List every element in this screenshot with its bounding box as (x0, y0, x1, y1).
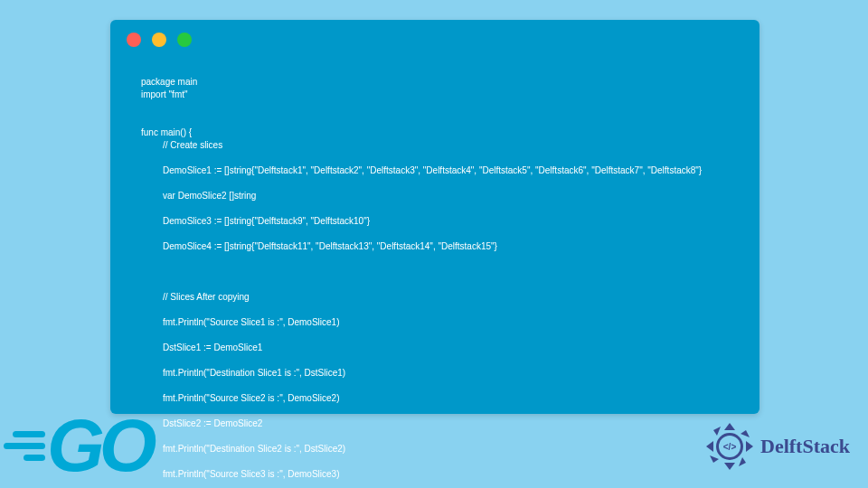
code-line: DemoSlice1 := []string{"Delftstack1", "D… (141, 164, 745, 177)
svg-marker-4 (724, 463, 735, 470)
svg-text:</>: </> (723, 442, 737, 452)
svg-marker-6 (706, 441, 713, 452)
code-line: fmt.Println("Destination Slice1 is :", D… (141, 367, 745, 380)
code-window: package main import "fmt" func main() { … (110, 20, 760, 414)
delftstack-logo: </> DelftStack (704, 421, 850, 472)
go-logo-text: GO (47, 416, 152, 475)
traffic-lights (127, 33, 192, 47)
code-line: DstSlice1 := DemoSlice1 (141, 342, 745, 354)
svg-marker-1 (741, 430, 750, 437)
svg-marker-3 (739, 457, 746, 466)
code-line: func main() { (141, 127, 192, 137)
go-speed-lines-icon (4, 431, 45, 461)
svg-marker-7 (713, 427, 721, 436)
code-line: DemoSlice3 := []string{"Delftstack9", "D… (141, 215, 745, 228)
minimize-icon (152, 33, 166, 47)
code-line: DemoSlice4 := []string{"Delftstack11", "… (141, 240, 745, 253)
code-line: fmt.Println("Source Slice3 is :", DemoSl… (141, 468, 745, 481)
code-line: // Slices After copying (141, 291, 745, 304)
svg-marker-2 (746, 441, 753, 452)
code-line: import "fmt" (141, 89, 188, 99)
code-line: fmt.Println("Source Slice1 is :", DemoSl… (141, 316, 745, 329)
code-line: fmt.Println("Destination Slice2 is :", D… (141, 443, 745, 455)
close-icon (127, 33, 141, 47)
code-block: package main import "fmt" func main() { … (141, 63, 745, 488)
code-line: var DemoSlice2 []string (141, 190, 745, 202)
delftstack-badge-icon: </> (704, 421, 755, 472)
code-line: DstSlice2 := DemoSlice2 (141, 418, 745, 430)
code-line: package main (141, 77, 197, 87)
code-line: // Create slices (141, 139, 745, 152)
svg-marker-0 (724, 423, 735, 430)
go-logo: GO (4, 416, 152, 475)
svg-marker-5 (710, 455, 719, 463)
code-line: fmt.Println("Source Slice2 is :", DemoSl… (141, 392, 745, 405)
maximize-icon (177, 33, 192, 47)
delftstack-logo-text: DelftStack (760, 435, 850, 458)
